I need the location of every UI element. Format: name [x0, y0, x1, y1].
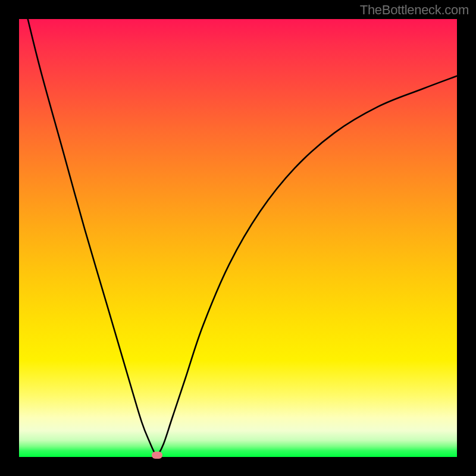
watermark-text: TheBottleneck.com	[360, 2, 469, 18]
optimal-point-marker	[152, 452, 162, 459]
chart-frame: TheBottleneck.com	[0, 0, 476, 476]
chart-gradient-background	[19, 19, 457, 457]
